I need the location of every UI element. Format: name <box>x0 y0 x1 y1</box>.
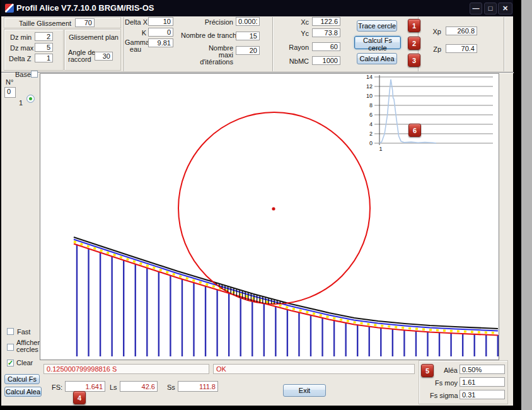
dz-max-field[interactable] <box>35 43 53 52</box>
ss-result-field[interactable] <box>178 381 218 392</box>
close-button[interactable]: ✕ <box>498 3 512 15</box>
step-badge-2: 2 <box>408 37 420 50</box>
fs-moy-label: Fs moy <box>434 379 458 387</box>
profile-1-label: 1 <box>19 99 23 107</box>
fs-result-field[interactable] <box>65 381 105 392</box>
mini-histogram-chart: 024681012141 <box>366 74 493 152</box>
rayon-field[interactable] <box>312 42 340 51</box>
alea-field[interactable] <box>460 365 505 374</box>
trace-cercle-button[interactable]: Trace cercle <box>357 20 397 32</box>
dz-max-label: Dz max <box>10 44 33 52</box>
nbmc-label: NbMC <box>284 57 309 65</box>
dz-min-field[interactable] <box>35 32 53 41</box>
zp-label: Zp <box>430 45 441 53</box>
k-field[interactable] <box>148 28 173 37</box>
fs-sigma-field[interactable] <box>460 390 505 399</box>
clear-checkbox[interactable] <box>7 360 14 366</box>
delta-z-field[interactable] <box>35 54 53 62</box>
svg-text:12: 12 <box>366 83 373 90</box>
delta-x-label: Delta X <box>125 18 146 26</box>
slope-surface-lines <box>74 237 498 336</box>
svg-text:8: 8 <box>369 102 373 108</box>
status-time-box: 0.125000799998816 S <box>43 364 209 374</box>
profile-plot-svg: 024681012141 <box>40 74 499 360</box>
svg-text:4: 4 <box>369 121 373 127</box>
profile-plot-area: 024681012141 6 <box>40 73 499 360</box>
window-title: Profil Alice V7.7.10.0 BRGM/RIS-OS <box>16 3 154 13</box>
delta-z-label: Delta Z <box>9 55 31 62</box>
status-ok-box: OK <box>213 364 415 374</box>
svg-text:1: 1 <box>379 146 382 152</box>
alea-label: Aléa <box>436 366 458 374</box>
separator <box>504 17 504 71</box>
n-column-label: N° <box>6 78 13 86</box>
step-badge-6: 6 <box>408 124 421 137</box>
step-badge-3: 3 <box>408 54 420 67</box>
gamma-eau-label: Gamma eau <box>125 39 146 53</box>
calcul-alea-button[interactable]: Calcul Alea <box>357 53 397 64</box>
angle-raccord-field[interactable] <box>95 52 113 61</box>
nbmc-field[interactable] <box>312 56 340 65</box>
precision-label: Précision <box>203 18 233 26</box>
precision-field[interactable] <box>236 17 260 26</box>
svg-text:6: 6 <box>369 112 373 118</box>
zp-field[interactable] <box>446 44 477 53</box>
fast-label: Fast <box>17 328 30 336</box>
minimize-button[interactable]: — <box>470 3 482 15</box>
angle-raccord-label: Angle de raccord <box>68 49 96 63</box>
calcul-fs-side-button[interactable]: Calcul Fs <box>4 374 40 384</box>
title-bar[interactable]: Profil Alice V7.7.10.0 BRGM/RIS-OS — □ ✕ <box>1 0 513 16</box>
calcul-fs-cercle-button[interactable]: Calcul Fs cercle <box>354 36 401 49</box>
maximize-button[interactable]: □ <box>484 3 497 15</box>
nb-iterations-field[interactable] <box>236 46 260 55</box>
desktop-background <box>521 0 532 410</box>
glissement-plan-label: Glissement plan <box>69 33 119 41</box>
gamma-eau-field[interactable] <box>148 38 173 47</box>
ls-result-field[interactable] <box>120 381 158 392</box>
delta-x-field[interactable] <box>148 17 173 26</box>
nb-tranches-label: Nombre de tranches <box>181 32 233 39</box>
exit-button[interactable]: Exit <box>283 384 326 397</box>
profile-1-radio[interactable] <box>26 95 35 103</box>
screen: { "window": { "title": "Profil Alice V7.… <box>0 0 532 410</box>
app-window: Profil Alice V7.7.10.0 BRGM/RIS-OS — □ ✕… <box>0 0 513 406</box>
profile-index-cell[interactable]: 0 <box>4 87 16 98</box>
nb-iterations-label: Nombre maxi d'itérations <box>197 45 233 66</box>
clear-label: Clear <box>16 359 33 366</box>
step-badge-4: 4 <box>73 391 86 404</box>
ss-label: Ss <box>167 384 175 391</box>
ls-label: Ls <box>110 384 117 391</box>
base-checkbox[interactable] <box>31 71 38 78</box>
fs-label: FS: <box>52 384 62 391</box>
base-label: Base <box>15 71 31 78</box>
circle-center-dot <box>272 207 275 210</box>
xp-field[interactable] <box>446 26 477 35</box>
fs-moy-field[interactable] <box>460 377 505 387</box>
nb-tranches-field[interactable] <box>236 32 260 40</box>
svg-text:0: 0 <box>369 140 373 146</box>
calcul-alea-side-button[interactable]: Calcul Alea <box>4 387 42 397</box>
toolbar-divider <box>1 72 514 73</box>
app-icon <box>5 4 14 13</box>
yc-label: Yc <box>284 30 309 37</box>
xc-field[interactable] <box>312 17 340 26</box>
step-badge-1: 1 <box>408 19 420 32</box>
ground-surface-line <box>74 237 498 329</box>
separator <box>272 17 273 71</box>
xp-label: Xp <box>430 28 441 35</box>
yc-field[interactable] <box>312 28 340 37</box>
taille-glissement-label: Taille Glissement <box>19 20 71 27</box>
step-badge-5: 5 <box>421 364 434 377</box>
rayon-label: Rayon <box>284 44 309 51</box>
fast-checkbox[interactable] <box>7 328 14 335</box>
separator <box>124 17 124 71</box>
afficher-cercles-label: Afficher cercles <box>16 339 42 353</box>
svg-text:2: 2 <box>369 131 373 137</box>
afficher-cercles-checkbox[interactable] <box>7 344 14 351</box>
xc-label: Xc <box>284 18 309 26</box>
k-label: K <box>125 29 146 37</box>
svg-text:10: 10 <box>366 93 373 99</box>
dz-min-label: Dz min <box>10 33 32 41</box>
svg-text:14: 14 <box>366 74 373 80</box>
taille-glissement-field[interactable] <box>75 18 95 27</box>
